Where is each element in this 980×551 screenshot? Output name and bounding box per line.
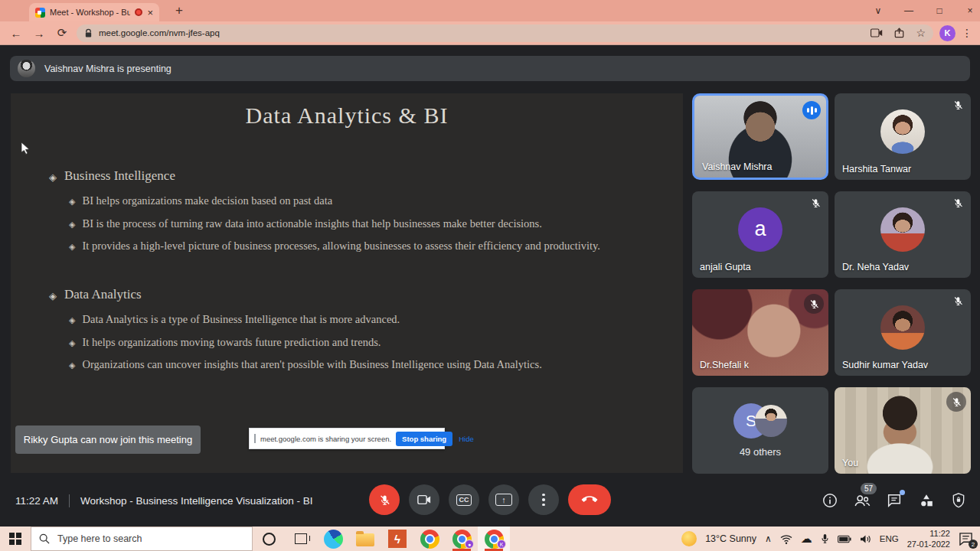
orange-app-button[interactable]: ϟ	[381, 527, 413, 551]
drag-handle-icon[interactable]	[254, 434, 256, 443]
present-button[interactable]: ↑	[488, 484, 519, 515]
profile-k-badge: K	[497, 540, 506, 549]
participant-tile[interactable]: Harshita Tanwar	[835, 93, 971, 180]
participant-tile[interactable]: Dr. Neha Yadav	[835, 191, 971, 278]
mic-mute-button[interactable]	[369, 484, 400, 515]
weather-sun-icon[interactable]	[681, 531, 697, 546]
action-center-button[interactable]: 2	[959, 532, 974, 546]
activities-button[interactable]	[917, 491, 936, 510]
share-icon[interactable]	[893, 28, 905, 38]
tray-chevron-up-icon[interactable]: ∧	[765, 533, 772, 544]
participant-tile[interactable]: aanjali Gupta	[692, 191, 828, 278]
meet-page: Vaishnav Mishra is presenting Data Analy…	[0, 45, 980, 527]
start-button[interactable]	[0, 527, 31, 551]
chrome-profile2-button[interactable]: ●	[446, 527, 478, 551]
bullet-icon: ◈	[69, 240, 75, 254]
mouse-cursor	[21, 142, 31, 155]
address-bar[interactable]: meet.google.com/nvm-jfes-apq ☆	[77, 24, 933, 42]
chrome-profile-k-button[interactable]: K	[478, 527, 510, 551]
captions-button[interactable]: CC	[449, 484, 479, 515]
file-explorer-button[interactable]	[349, 527, 381, 551]
meeting-info: 11:22 AM Workshop - Business Intelligenc…	[15, 481, 312, 520]
stop-sharing-button[interactable]: Stop sharing	[396, 432, 452, 446]
presentation-slide[interactable]: Data Analytics & BI ◈Business Intelligen…	[11, 93, 683, 473]
lightning-app-icon: ϟ	[388, 530, 407, 548]
cortana-button[interactable]	[253, 527, 285, 551]
notification-count-badge: 2	[969, 540, 978, 549]
taskbar-clock[interactable]: 11:22 27-01-2022	[907, 528, 950, 550]
meet-bottom-bar: 11:22 AM Workshop - Business Intelligenc…	[0, 481, 980, 527]
browser-profile-avatar[interactable]: K	[939, 25, 956, 41]
lock-icon	[84, 28, 93, 38]
speaker-icon[interactable]	[860, 534, 871, 544]
camera-in-use-icon[interactable]	[871, 28, 883, 37]
participant-tile[interactable]: Sudhir kumar Yadav	[835, 289, 971, 376]
camera-button[interactable]	[409, 484, 439, 515]
bullet-text: Data Analytics is a type of Business Int…	[82, 312, 400, 327]
battery-icon[interactable]	[838, 535, 851, 543]
presenting-banner: Vaishnav Mishra is presenting	[10, 56, 970, 81]
slide-bullet: ◈Organizations can uncover insights that…	[69, 357, 660, 372]
meet-panel-buttons: 57	[821, 481, 968, 520]
participant-name: Dr.Shefali k	[700, 360, 749, 370]
section-heading: ◈Business Intelligence	[49, 168, 660, 184]
bullet-icon: ◈	[49, 290, 57, 302]
mic-muted-icon	[952, 197, 965, 210]
taskbar-search[interactable]: Type here to search	[31, 527, 253, 551]
slide-bullet: ◈BI helps organizations make decision ba…	[69, 194, 660, 208]
mic-muted-icon	[952, 99, 965, 112]
browser-tab[interactable]: Meet - Workshop - Business ×	[29, 3, 159, 21]
participant-tile[interactable]: Dr.Shefali k	[692, 289, 828, 376]
address-bar-icons: ☆	[871, 27, 926, 39]
end-call-icon	[579, 489, 600, 510]
participant-tile[interactable]: S49 others	[692, 387, 828, 474]
bullet-text: BI helps organizations make decision bas…	[82, 194, 332, 208]
language-indicator[interactable]: ENG	[880, 534, 899, 543]
window-minimize-button[interactable]: —	[903, 5, 914, 16]
bullet-text: BI is the process of turning raw data in…	[82, 217, 541, 231]
bookmark-star-icon[interactable]: ☆	[916, 27, 926, 39]
url-text[interactable]: meet.google.com/nvm-jfes-apq	[99, 28, 864, 37]
reload-button[interactable]: ⟳	[54, 26, 70, 40]
participant-grid: Vaishnav MishraHarshita Tanwaraanjali Gu…	[692, 93, 971, 474]
end-call-button[interactable]	[568, 484, 611, 515]
mic-muted-icon	[952, 295, 965, 308]
participant-name: Harshita Tanwar	[842, 164, 911, 174]
onedrive-cloud-icon[interactable]: ☁	[801, 532, 812, 546]
share-banner-text: meet.google.com is sharing your screen.	[260, 435, 391, 443]
participant-name: You	[842, 458, 858, 468]
tray-mic-icon[interactable]	[821, 533, 829, 544]
camera-icon	[417, 494, 431, 505]
participant-tile[interactable]: Vaishnav Mishra	[692, 93, 828, 180]
wifi-icon[interactable]	[780, 534, 792, 544]
edge-button[interactable]	[317, 527, 349, 551]
back-button[interactable]: ←	[8, 27, 24, 40]
taskbar-apps: ϟ ● K	[253, 527, 510, 551]
tab-search-chevron-icon[interactable]: ∨	[873, 5, 884, 16]
forward-button[interactable]: →	[31, 27, 47, 40]
chat-button[interactable]	[885, 491, 903, 510]
more-options-button[interactable]	[528, 484, 559, 515]
window-maximize-button[interactable]: □	[934, 5, 945, 16]
hide-share-banner-link[interactable]: Hide	[459, 435, 474, 443]
bullet-icon: ◈	[69, 313, 75, 328]
participant-count-badge: 57	[861, 483, 877, 494]
window-close-button[interactable]: ×	[965, 5, 975, 16]
chrome-button[interactable]	[413, 527, 446, 551]
tab-close-icon[interactable]: ×	[147, 8, 153, 18]
weather-text[interactable]: 13°C Sunny	[705, 533, 756, 544]
new-tab-button[interactable]: +	[170, 2, 188, 20]
present-icon: ↑	[495, 494, 512, 506]
bullet-icon: ◈	[69, 336, 75, 350]
captions-icon: CC	[456, 494, 472, 506]
task-view-button[interactable]	[285, 527, 317, 551]
participants-button[interactable]: 57	[853, 491, 871, 510]
section-heading: ◈Data Analytics	[49, 287, 660, 302]
host-controls-button[interactable]	[949, 491, 968, 510]
browser-toolbar: ← → ⟳ meet.google.com/nvm-jfes-apq ☆ K ⋮	[0, 21, 980, 45]
participant-tile[interactable]: You	[835, 387, 971, 474]
mic-muted-icon	[804, 294, 824, 314]
meeting-details-button[interactable]	[821, 491, 839, 510]
browser-menu-icon[interactable]: ⋮	[962, 27, 972, 39]
presenting-banner-text: Vaishnav Mishra is presenting	[44, 64, 172, 74]
